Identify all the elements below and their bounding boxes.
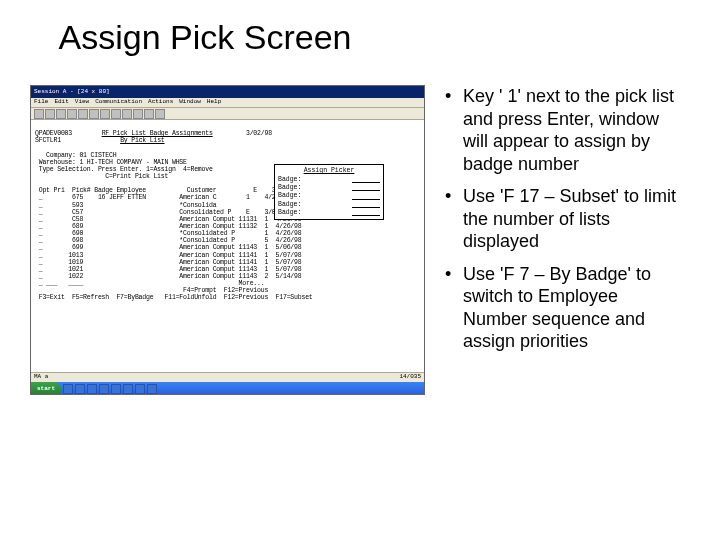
window-titlebar: Session A - [24 x 80] [31,86,424,98]
term-fkeys: F3=Exit F5=Refresh F7=ByBadge F11=FoldUn… [39,294,313,301]
term-row: _ 675 16 JEFF ETTEN American C 1 4/26/98 [35,194,290,201]
start-button[interactable]: start [31,382,61,395]
term-row: _ 1019 American Comput 11141 1 5/07/98 [35,259,301,266]
toolbar-icon[interactable] [133,109,143,119]
taskbar-item[interactable] [87,384,97,394]
toolbar-icon[interactable] [56,109,66,119]
menu-edit[interactable]: Edit [54,99,68,106]
term-row: _ 699 American Comput 11143 1 5/06/98 [35,244,301,251]
badge-label: Badge: [278,192,301,199]
status-left: MA a [34,374,48,381]
bullet-item: Key ' 1' next to the pick list and press… [445,85,685,175]
term-program: QPADEV0003 [35,130,72,137]
term-subprog: SFCTLR1 [35,137,61,144]
menu-help[interactable]: Help [207,99,221,106]
term-row: _ C57 Consolidated P E 3/02/97 [35,209,290,216]
badge-input[interactable] [352,201,380,208]
toolbar-icon[interactable] [34,109,44,119]
status-bar: MA a 14/035 [31,372,424,382]
taskbar-item[interactable] [111,384,121,394]
term-cprint: C=Print Pick List [105,173,168,180]
toolbar-icon[interactable] [45,109,55,119]
status-right: 14/035 [399,374,421,381]
taskbar-item[interactable] [147,384,157,394]
badge-input[interactable] [352,176,380,183]
toolbar-icon[interactable] [155,109,165,119]
badge-input[interactable] [352,192,380,199]
assign-picker-popup: Assign Picker Badge: Badge: Badge: Badge… [274,164,384,220]
terminal-body[interactable]: QPADEV0003 RF Pick List Badge Assignment… [31,120,424,372]
toolbar-icon[interactable] [78,109,88,119]
term-row: _ 690 *Consolidated P 1 4/26/98 [35,230,301,237]
term-columns: Opt Pri Pick# Badge Employee Customer E … [39,187,298,194]
term-row: _ 1021 American Comput 11143 1 5/07/98 [35,266,301,273]
toolbar-icon[interactable] [144,109,154,119]
toolbar-icon[interactable] [122,109,132,119]
term-row: _ 1013 American Comput 11141 1 5/07/98 [35,252,301,259]
windows-taskbar: start [31,382,424,395]
terminal-screenshot: Session A - [24 x 80] File Edit View Com… [30,85,425,395]
taskbar-item[interactable] [99,384,109,394]
taskbar-item[interactable] [135,384,145,394]
window-title: Session A - [24 x 80] [34,89,110,96]
toolbar-icon[interactable] [89,109,99,119]
taskbar-item[interactable] [75,384,85,394]
term-row: _ 689 American Comput 11132 1 4/26/98 [35,223,301,230]
term-typesel: Type Selection. Press Enter. 1=Assign 4=… [39,166,213,173]
bullet-item: Use 'F 17 – Subset' to limit the number … [445,185,685,253]
taskbar-item[interactable] [123,384,133,394]
term-row: _ C58 American Comput 11131 1 4/26/98 [35,216,301,223]
term-fkeys-popup: F4=Prompt F12=Previous [183,287,268,294]
badge-label: Badge: [278,176,301,183]
badge-label: Badge: [278,184,301,191]
menu-file[interactable]: File [34,99,48,106]
menu-communication[interactable]: Communication [95,99,142,106]
term-row: _ ___ ____ More... [35,280,264,287]
badge-label: Badge: [278,201,301,208]
term-date: 3/02/98 [246,130,272,137]
term-company: Company: 01 CISTECH [46,152,116,159]
term-row: _ 1022 American Comput 11143 2 5/14/98 [35,273,301,280]
term-warehouse: Warehouse: 1 HI-TECH COMPANY - MAIN WHSE [39,159,187,166]
badge-label: Badge: [278,209,301,216]
menu-window[interactable]: Window [179,99,201,106]
popup-title: Assign Picker [278,167,380,174]
menubar: File Edit View Communication Actions Win… [31,98,424,108]
toolbar-icon[interactable] [111,109,121,119]
taskbar-item[interactable] [63,384,73,394]
bullet-item: Use 'F 7 – By Badge' to switch to Employ… [445,263,685,353]
term-row: _ 593 *Consolida [35,202,216,209]
toolbar-icon[interactable] [100,109,110,119]
toolbar-icon[interactable] [67,109,77,119]
menu-view[interactable]: View [75,99,89,106]
term-row: _ 698 *Consolidated P 5 4/26/98 [35,237,301,244]
slide-title: Assign Pick Screen [0,18,690,57]
badge-input[interactable] [352,209,380,216]
term-sort: By Pick List [120,137,164,144]
menu-actions[interactable]: Actions [148,99,173,106]
toolbar [31,108,424,120]
badge-input[interactable] [352,184,380,191]
term-screen-id: RF Pick List Badge Assignments [102,130,213,137]
bullet-list: Key ' 1' next to the pick list and press… [445,85,685,395]
